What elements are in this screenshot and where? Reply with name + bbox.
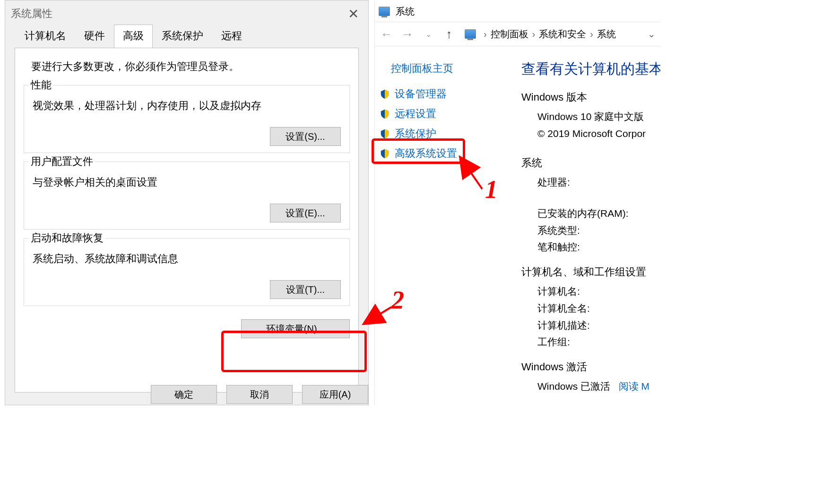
shield-icon [380,148,390,159]
performance-settings-button[interactable]: 设置(S)... [270,127,341,146]
control-panel-home-link[interactable]: 控制面板主页 [375,61,517,84]
label-computer-description: 计算机描述: [537,317,660,334]
explorer-window-title: 系统 [396,5,415,18]
tab-strip: 计算机名 硬件 高级 系统保护 远程 [5,27,368,48]
explorer-body: 控制面板主页 设备管理器 远程设置 系统保护 [375,46,660,408]
tab-computer-name[interactable]: 计算机名 [16,25,75,48]
cancel-button[interactable]: 取消 [226,385,293,404]
group-user-profiles-legend: 用户配置文件 [29,154,95,169]
group-performance-desc: 视觉效果，处理器计划，内存使用，以及虚拟内存 [33,99,341,113]
tab-hardware[interactable]: 硬件 [75,25,114,48]
group-startup-recovery-legend: 启动和故障恢复 [29,231,105,245]
activation-read-link[interactable]: 阅读 M [619,381,649,392]
section-computer-name: 计算机名、域和工作组设置 [521,265,660,279]
label-workgroup: 工作组: [537,333,660,350]
startup-recovery-settings-button[interactable]: 设置(T)... [270,280,341,299]
shield-icon [380,108,390,120]
label-pen-touch: 笔和触控: [537,239,660,256]
chevron-down-icon[interactable]: ⌄ [648,28,656,40]
dialog-title: 系统属性 [11,7,52,21]
group-performance: 性能 视觉效果，处理器计划，内存使用，以及虚拟内存 设置(S)... [24,85,350,153]
group-user-profiles-desc: 与登录帐户相关的桌面设置 [33,175,341,189]
chevron-right-icon: › [590,29,593,40]
breadcrumb-system[interactable]: 系统 [597,28,616,41]
nav-back-icon[interactable]: ← [380,27,394,42]
group-startup-recovery-desc: 系统启动、系统故障和调试信息 [33,252,341,266]
nav-history-dropdown-icon[interactable]: ⌄ [421,30,435,39]
sidebar-item-label: 高级系统设置 [395,146,457,161]
apply-button[interactable]: 应用(A) [302,385,368,404]
ok-button[interactable]: 确定 [151,385,217,404]
shield-icon [380,128,390,139]
system-control-panel-window: 系统 ← → ⌄ ↑ › 控制面板 › 系统和安全 › 系统 ⌄ 控制面板主页 … [374,1,660,405]
activation-status: Windows 已激活 [537,381,610,392]
group-startup-recovery: 启动和故障恢复 系统启动、系统故障和调试信息 设置(T)... [24,238,350,306]
label-full-computer-name: 计算机全名: [537,300,660,317]
explorer-nav-row: ← → ⌄ ↑ › 控制面板 › 系统和安全 › 系统 ⌄ [375,22,660,46]
tab-panel-advanced: 要进行大多数更改，你必须作为管理员登录。 性能 视觉效果，处理器计划，内存使用，… [15,48,359,393]
system-info-pane: 查看有关计算机的基本 Windows 版本 Windows 10 家庭中文版 ©… [517,46,660,408]
sidebar-item-remote-settings[interactable]: 远程设置 [375,104,517,124]
sidebar-item-label: 远程设置 [395,107,436,121]
chevron-right-icon: › [484,29,487,40]
sidebar-item-label: 设备管理器 [395,87,447,101]
label-ram: 已安装的内存(RAM): [537,205,660,222]
group-user-profiles: 用户配置文件 与登录帐户相关的桌面设置 设置(E)... [24,162,350,230]
label-computer-name: 计算机名: [537,283,660,300]
sidebar-item-label: 系统保护 [395,127,436,141]
chevron-right-icon: › [532,29,536,40]
admin-notice: 要进行大多数更改，你必须作为管理员登录。 [31,60,350,74]
section-system: 系统 [521,156,660,170]
environment-variables-button[interactable]: 环境变量(N)... [241,319,350,338]
section-windows-edition: Windows 版本 [521,90,660,104]
label-processor: 处理器: [537,174,660,191]
close-icon[interactable]: ✕ [344,6,363,22]
control-panel-sidebar: 控制面板主页 设备管理器 远程设置 系统保护 [375,46,517,408]
system-properties-dialog: 系统属性 ✕ 计算机名 硬件 高级 系统保护 远程 要进行大多数更改，你必须作为… [5,0,369,405]
windows-edition-value: Windows 10 家庭中文版 [537,108,660,125]
breadcrumb[interactable]: › 控制面板 › 系统和安全 › 系统 ⌄ [484,28,656,41]
windows-copyright: © 2019 Microsoft Corpor [537,125,660,142]
user-profiles-settings-button[interactable]: 设置(E)... [270,204,341,222]
page-title: 查看有关计算机的基本 [521,60,660,79]
tab-advanced[interactable]: 高级 [114,25,153,48]
computer-icon [379,7,390,16]
breadcrumb-control-panel[interactable]: 控制面板 [491,28,528,41]
activation-status-line: Windows 已激活 阅读 M [537,378,660,395]
shield-icon [380,88,390,100]
tab-system-protection[interactable]: 系统保护 [153,25,212,48]
section-activation: Windows 激活 [521,360,660,374]
breadcrumb-computer-icon [465,29,476,39]
explorer-titlebar: 系统 [375,1,660,22]
nav-up-icon[interactable]: ↑ [442,27,456,42]
sidebar-item-system-protection[interactable]: 系统保护 [375,124,517,144]
nav-forward-icon[interactable]: → [400,27,415,42]
group-performance-legend: 性能 [29,78,53,92]
label-system-type: 系统类型: [537,222,660,239]
breadcrumb-system-security[interactable]: 系统和安全 [539,28,586,41]
sidebar-item-device-manager[interactable]: 设备管理器 [375,84,517,104]
sidebar-item-advanced-system-settings[interactable]: 高级系统设置 [375,144,517,163]
dialog-titlebar: 系统属性 ✕ [5,0,368,27]
tab-remote[interactable]: 远程 [212,25,251,48]
